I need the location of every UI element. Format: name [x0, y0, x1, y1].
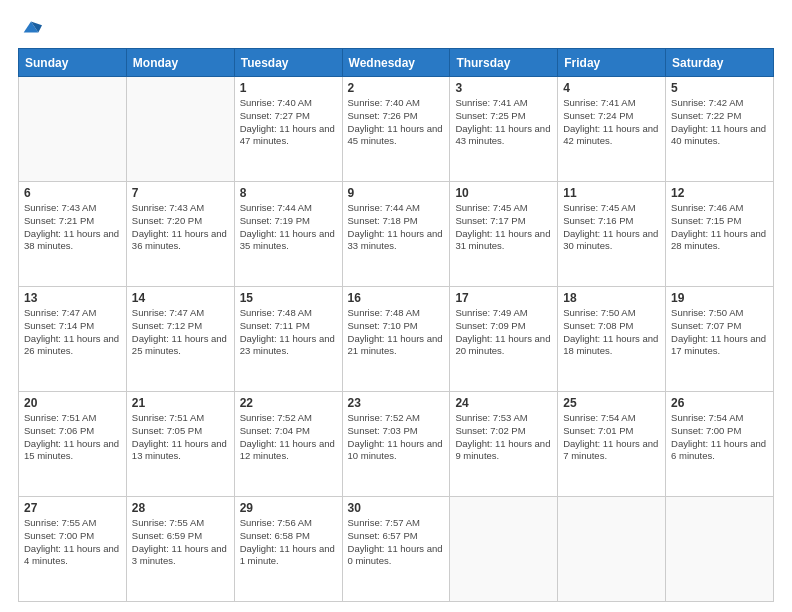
- day-number: 29: [240, 501, 337, 515]
- day-number: 28: [132, 501, 229, 515]
- day-info: Sunrise: 7:47 AMSunset: 7:14 PMDaylight:…: [24, 307, 121, 358]
- day-number: 2: [348, 81, 445, 95]
- day-info: Sunrise: 7:45 AMSunset: 7:16 PMDaylight:…: [563, 202, 660, 253]
- day-info: Sunrise: 7:48 AMSunset: 7:11 PMDaylight:…: [240, 307, 337, 358]
- calendar-week-4: 20Sunrise: 7:51 AMSunset: 7:06 PMDayligh…: [19, 392, 774, 497]
- calendar-cell: 1Sunrise: 7:40 AMSunset: 7:27 PMDaylight…: [234, 77, 342, 182]
- calendar-cell: 29Sunrise: 7:56 AMSunset: 6:58 PMDayligh…: [234, 497, 342, 602]
- calendar-cell: 15Sunrise: 7:48 AMSunset: 7:11 PMDayligh…: [234, 287, 342, 392]
- day-number: 12: [671, 186, 768, 200]
- calendar-cell: [126, 77, 234, 182]
- day-info: Sunrise: 7:43 AMSunset: 7:21 PMDaylight:…: [24, 202, 121, 253]
- calendar-cell: 7Sunrise: 7:43 AMSunset: 7:20 PMDaylight…: [126, 182, 234, 287]
- day-info: Sunrise: 7:55 AMSunset: 7:00 PMDaylight:…: [24, 517, 121, 568]
- calendar-cell: 23Sunrise: 7:52 AMSunset: 7:03 PMDayligh…: [342, 392, 450, 497]
- day-number: 15: [240, 291, 337, 305]
- day-number: 19: [671, 291, 768, 305]
- page: SundayMondayTuesdayWednesdayThursdayFrid…: [0, 0, 792, 612]
- calendar-cell: 2Sunrise: 7:40 AMSunset: 7:26 PMDaylight…: [342, 77, 450, 182]
- calendar-cell: [666, 497, 774, 602]
- calendar-cell: 3Sunrise: 7:41 AMSunset: 7:25 PMDaylight…: [450, 77, 558, 182]
- calendar-cell: 9Sunrise: 7:44 AMSunset: 7:18 PMDaylight…: [342, 182, 450, 287]
- day-number: 6: [24, 186, 121, 200]
- calendar-cell: 11Sunrise: 7:45 AMSunset: 7:16 PMDayligh…: [558, 182, 666, 287]
- calendar-cell: 16Sunrise: 7:48 AMSunset: 7:10 PMDayligh…: [342, 287, 450, 392]
- weekday-header-sunday: Sunday: [19, 49, 127, 77]
- day-info: Sunrise: 7:40 AMSunset: 7:27 PMDaylight:…: [240, 97, 337, 148]
- logo-text: [18, 16, 42, 38]
- weekday-header-monday: Monday: [126, 49, 234, 77]
- day-info: Sunrise: 7:52 AMSunset: 7:04 PMDaylight:…: [240, 412, 337, 463]
- day-number: 7: [132, 186, 229, 200]
- calendar-cell: 30Sunrise: 7:57 AMSunset: 6:57 PMDayligh…: [342, 497, 450, 602]
- day-number: 8: [240, 186, 337, 200]
- day-info: Sunrise: 7:50 AMSunset: 7:07 PMDaylight:…: [671, 307, 768, 358]
- weekday-header-friday: Friday: [558, 49, 666, 77]
- calendar-cell: [558, 497, 666, 602]
- calendar-cell: 12Sunrise: 7:46 AMSunset: 7:15 PMDayligh…: [666, 182, 774, 287]
- weekday-header-wednesday: Wednesday: [342, 49, 450, 77]
- calendar-cell: 8Sunrise: 7:44 AMSunset: 7:19 PMDaylight…: [234, 182, 342, 287]
- day-info: Sunrise: 7:46 AMSunset: 7:15 PMDaylight:…: [671, 202, 768, 253]
- calendar-cell: 18Sunrise: 7:50 AMSunset: 7:08 PMDayligh…: [558, 287, 666, 392]
- day-info: Sunrise: 7:57 AMSunset: 6:57 PMDaylight:…: [348, 517, 445, 568]
- calendar-cell: 27Sunrise: 7:55 AMSunset: 7:00 PMDayligh…: [19, 497, 127, 602]
- day-info: Sunrise: 7:47 AMSunset: 7:12 PMDaylight:…: [132, 307, 229, 358]
- day-info: Sunrise: 7:40 AMSunset: 7:26 PMDaylight:…: [348, 97, 445, 148]
- day-info: Sunrise: 7:41 AMSunset: 7:25 PMDaylight:…: [455, 97, 552, 148]
- calendar-cell: 6Sunrise: 7:43 AMSunset: 7:21 PMDaylight…: [19, 182, 127, 287]
- calendar-cell: 26Sunrise: 7:54 AMSunset: 7:00 PMDayligh…: [666, 392, 774, 497]
- day-number: 17: [455, 291, 552, 305]
- day-number: 3: [455, 81, 552, 95]
- calendar-cell: 17Sunrise: 7:49 AMSunset: 7:09 PMDayligh…: [450, 287, 558, 392]
- day-info: Sunrise: 7:48 AMSunset: 7:10 PMDaylight:…: [348, 307, 445, 358]
- calendar-cell: 20Sunrise: 7:51 AMSunset: 7:06 PMDayligh…: [19, 392, 127, 497]
- day-info: Sunrise: 7:44 AMSunset: 7:18 PMDaylight:…: [348, 202, 445, 253]
- calendar-cell: [19, 77, 127, 182]
- day-info: Sunrise: 7:42 AMSunset: 7:22 PMDaylight:…: [671, 97, 768, 148]
- weekday-header-thursday: Thursday: [450, 49, 558, 77]
- day-info: Sunrise: 7:44 AMSunset: 7:19 PMDaylight:…: [240, 202, 337, 253]
- day-number: 22: [240, 396, 337, 410]
- day-number: 9: [348, 186, 445, 200]
- day-number: 18: [563, 291, 660, 305]
- day-number: 4: [563, 81, 660, 95]
- day-number: 13: [24, 291, 121, 305]
- calendar-cell: 24Sunrise: 7:53 AMSunset: 7:02 PMDayligh…: [450, 392, 558, 497]
- calendar-cell: 13Sunrise: 7:47 AMSunset: 7:14 PMDayligh…: [19, 287, 127, 392]
- calendar-cell: 19Sunrise: 7:50 AMSunset: 7:07 PMDayligh…: [666, 287, 774, 392]
- day-number: 21: [132, 396, 229, 410]
- weekday-header-row: SundayMondayTuesdayWednesdayThursdayFrid…: [19, 49, 774, 77]
- day-info: Sunrise: 7:43 AMSunset: 7:20 PMDaylight:…: [132, 202, 229, 253]
- calendar-week-5: 27Sunrise: 7:55 AMSunset: 7:00 PMDayligh…: [19, 497, 774, 602]
- calendar-cell: 5Sunrise: 7:42 AMSunset: 7:22 PMDaylight…: [666, 77, 774, 182]
- day-number: 10: [455, 186, 552, 200]
- calendar-cell: 28Sunrise: 7:55 AMSunset: 6:59 PMDayligh…: [126, 497, 234, 602]
- calendar-week-2: 6Sunrise: 7:43 AMSunset: 7:21 PMDaylight…: [19, 182, 774, 287]
- calendar-cell: 21Sunrise: 7:51 AMSunset: 7:05 PMDayligh…: [126, 392, 234, 497]
- calendar-cell: [450, 497, 558, 602]
- calendar-cell: 10Sunrise: 7:45 AMSunset: 7:17 PMDayligh…: [450, 182, 558, 287]
- calendar-week-1: 1Sunrise: 7:40 AMSunset: 7:27 PMDaylight…: [19, 77, 774, 182]
- day-info: Sunrise: 7:55 AMSunset: 6:59 PMDaylight:…: [132, 517, 229, 568]
- day-number: 25: [563, 396, 660, 410]
- calendar-table: SundayMondayTuesdayWednesdayThursdayFrid…: [18, 48, 774, 602]
- day-info: Sunrise: 7:41 AMSunset: 7:24 PMDaylight:…: [563, 97, 660, 148]
- day-number: 24: [455, 396, 552, 410]
- day-info: Sunrise: 7:54 AMSunset: 7:00 PMDaylight:…: [671, 412, 768, 463]
- day-info: Sunrise: 7:50 AMSunset: 7:08 PMDaylight:…: [563, 307, 660, 358]
- day-info: Sunrise: 7:51 AMSunset: 7:06 PMDaylight:…: [24, 412, 121, 463]
- day-info: Sunrise: 7:54 AMSunset: 7:01 PMDaylight:…: [563, 412, 660, 463]
- weekday-header-tuesday: Tuesday: [234, 49, 342, 77]
- day-number: 11: [563, 186, 660, 200]
- day-number: 1: [240, 81, 337, 95]
- weekday-header-saturday: Saturday: [666, 49, 774, 77]
- day-info: Sunrise: 7:45 AMSunset: 7:17 PMDaylight:…: [455, 202, 552, 253]
- day-number: 30: [348, 501, 445, 515]
- day-number: 14: [132, 291, 229, 305]
- day-info: Sunrise: 7:51 AMSunset: 7:05 PMDaylight:…: [132, 412, 229, 463]
- day-number: 16: [348, 291, 445, 305]
- calendar-week-3: 13Sunrise: 7:47 AMSunset: 7:14 PMDayligh…: [19, 287, 774, 392]
- logo: [18, 16, 42, 38]
- day-number: 27: [24, 501, 121, 515]
